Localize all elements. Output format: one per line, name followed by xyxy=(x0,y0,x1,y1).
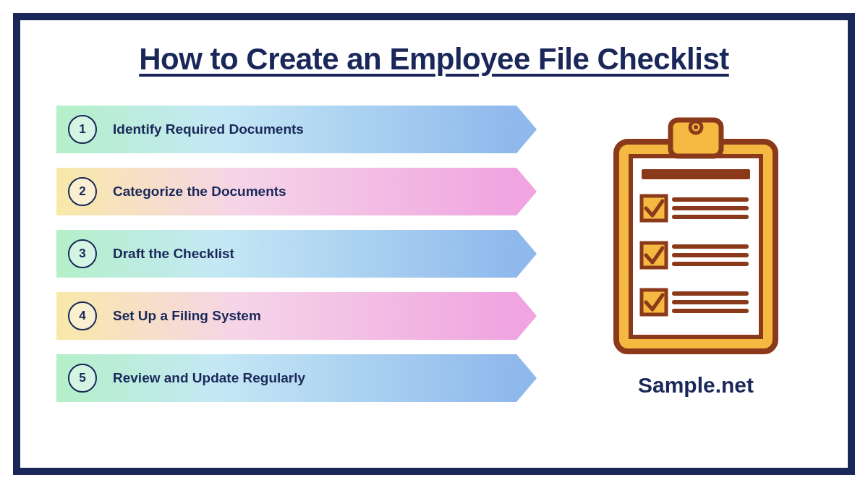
step-item: 3 Draft the Checklist xyxy=(56,230,537,278)
arrow-tip-icon xyxy=(516,106,537,153)
steps-list: 1 Identify Required Documents 2 Categori… xyxy=(56,106,537,402)
step-label: Set Up a Filing System xyxy=(113,308,261,324)
step-arrow-body: 2 Categorize the Documents xyxy=(56,168,516,215)
step-number-circle: 1 xyxy=(68,115,97,144)
step-item: 5 Review and Update Regularly xyxy=(56,354,537,402)
step-item: 2 Categorize the Documents xyxy=(56,168,537,215)
step-number: 4 xyxy=(79,309,85,323)
brand-label: Sample.net xyxy=(638,373,754,398)
step-number: 2 xyxy=(79,184,85,199)
arrow-tip-icon xyxy=(516,230,537,278)
arrow-tip-icon xyxy=(516,354,537,402)
arrow-tip-icon xyxy=(516,292,537,340)
svg-point-4 xyxy=(694,125,698,129)
step-number-circle: 4 xyxy=(68,301,97,330)
infographic-frame: How to Create an Employee File Checklist… xyxy=(13,13,855,475)
step-arrow-body: 3 Draft the Checklist xyxy=(56,230,516,278)
step-arrow-body: 1 Identify Required Documents xyxy=(56,106,516,153)
step-number-circle: 5 xyxy=(68,364,97,393)
clipboard-icon xyxy=(602,113,790,359)
content-row: 1 Identify Required Documents 2 Categori… xyxy=(56,106,812,402)
step-label: Categorize the Documents xyxy=(113,184,286,200)
step-label: Review and Update Regularly xyxy=(113,370,305,386)
arrow-tip-icon xyxy=(516,168,537,215)
step-number: 5 xyxy=(79,371,85,385)
step-number: 3 xyxy=(79,247,85,261)
page-title: How to Create an Employee File Checklist xyxy=(56,42,812,77)
step-label: Draft the Checklist xyxy=(113,246,234,262)
side-panel: Sample.net xyxy=(580,106,812,398)
step-number: 1 xyxy=(79,122,85,137)
step-number-circle: 2 xyxy=(68,177,97,206)
svg-rect-5 xyxy=(642,169,750,179)
step-arrow-body: 5 Review and Update Regularly xyxy=(56,354,516,402)
step-label: Identify Required Documents xyxy=(113,121,304,137)
step-number-circle: 3 xyxy=(68,239,97,268)
step-arrow-body: 4 Set Up a Filing System xyxy=(56,292,516,340)
step-item: 1 Identify Required Documents xyxy=(56,106,537,153)
step-item: 4 Set Up a Filing System xyxy=(56,292,537,340)
